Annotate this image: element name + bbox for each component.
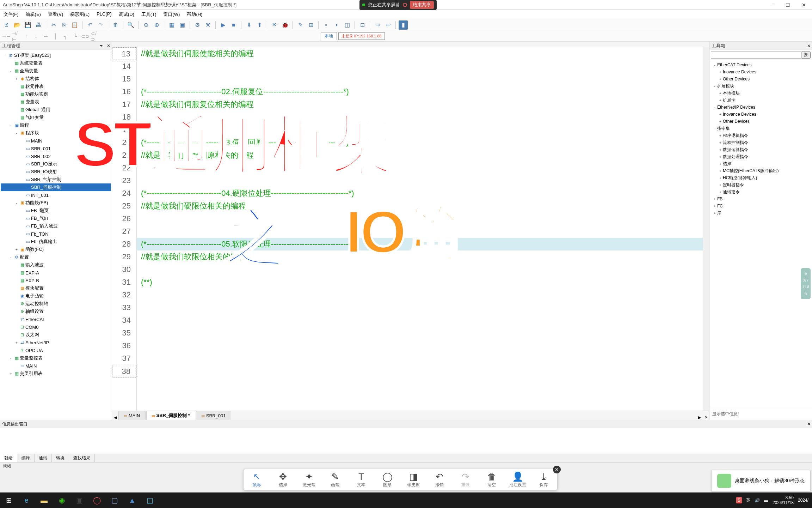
build-button[interactable]: ⚒ [203, 20, 213, 30]
tree-node[interactable]: ⇄EtherCAT [1, 315, 111, 323]
tb-button[interactable]: ▫ [321, 20, 331, 30]
cascade-button[interactable]: ▣ [178, 20, 187, 30]
edge-icon[interactable]: e [18, 492, 35, 508]
tb-button[interactable]: ↩ [383, 20, 393, 30]
tree-node[interactable]: -▦变量监控表 [1, 354, 111, 362]
tb-button[interactable]: ⊡ [358, 20, 367, 30]
local-badge[interactable]: 本地 [321, 32, 337, 40]
toolbox-node[interactable]: -指令集 [711, 125, 811, 132]
save-button[interactable]: 💾 [23, 20, 32, 30]
toolbox-node[interactable]: -EtherNet/IP Devices [711, 104, 811, 111]
ime-indicator[interactable]: S [736, 497, 742, 503]
start-button[interactable]: ⊞ [0, 492, 18, 508]
tree-node[interactable]: -▣功能块(FB) [1, 199, 111, 207]
menu-item[interactable]: 文件(F) [0, 10, 22, 19]
tree-node[interactable]: ▭SBR_IO映射 [1, 168, 111, 176]
zoom-out-button[interactable]: ⊖ [141, 20, 150, 30]
anno-鼠标[interactable]: ↖鼠标 [248, 471, 265, 488]
toolbox-node[interactable]: +FB [711, 195, 811, 202]
toolbox-node[interactable]: +FC [711, 202, 811, 210]
toolbox-node[interactable]: +通讯指令 [711, 188, 811, 195]
editor-tab[interactable]: ▭SBR_伺服控制 * [146, 411, 195, 420]
tree-node[interactable]: ▭MAIN [1, 362, 111, 370]
menu-item[interactable]: 工具(T) [138, 10, 160, 19]
code-area[interactable]: //就是做我们伺服使能相关的编程(*----------------------… [137, 47, 703, 411]
toolbox-node[interactable]: +Other Devices [711, 118, 811, 125]
toolbox-node[interactable]: +流程控制指令 [711, 139, 811, 146]
tree-node[interactable]: ▦变量表 [1, 98, 111, 106]
tray-icon[interactable]: ▬ [764, 498, 768, 503]
debug-button[interactable]: 🐞 [281, 20, 290, 30]
monitor-button[interactable]: 👁 [270, 20, 279, 30]
menu-item[interactable]: 帮助(H) [183, 10, 206, 19]
find-button[interactable]: 🔍 [126, 20, 135, 30]
clock[interactable]: 8:50 2024/11/18 [773, 495, 794, 505]
new-button[interactable]: 🗎 [2, 20, 11, 30]
anno-批注设置[interactable]: 👤批注设置 [509, 471, 526, 488]
anno-清空[interactable]: 🗑清空 [483, 471, 500, 488]
open-button[interactable]: 📂 [13, 20, 22, 30]
status-tab[interactable]: 转换 [52, 454, 69, 462]
tree-node[interactable]: +▦交叉引用表 [1, 370, 111, 377]
tree-node[interactable]: ▭SBR_IO显示 [1, 160, 111, 168]
tree-node[interactable]: ▭SBR_伺服控制 [1, 183, 111, 191]
app-icon[interactable]: ▲ [123, 492, 141, 508]
ime-lang[interactable]: 英 [746, 497, 750, 503]
side-gadget[interactable]: ⊕87711.8⊙ [801, 268, 811, 299]
menu-item[interactable]: 查看(V) [44, 10, 67, 19]
tree-node[interactable]: -▣程序块 [1, 129, 111, 137]
print-button[interactable]: 🖶 [34, 20, 43, 30]
toolbox-node[interactable]: +程序逻辑指令 [711, 132, 811, 139]
tab-prev-button[interactable]: ◀ [112, 415, 118, 420]
toolbox-node[interactable]: +MC轴控(EtherCAT&脉冲输出) [711, 167, 811, 174]
status-tab[interactable]: 就绪 [0, 454, 17, 462]
maximize-button[interactable]: ☐ [780, 0, 796, 10]
tree-node[interactable]: ▦模块配置 [1, 284, 111, 292]
tree-node[interactable]: ✳OPC UA [1, 346, 111, 354]
annotation-close-button[interactable]: ✕ [553, 466, 561, 473]
login-badge[interactable]: 未登录 IP:192.168.1.88 [338, 32, 385, 40]
ladder-button[interactable]: ⊞ [306, 20, 315, 30]
tree-node[interactable]: ▭Fb_TON [1, 230, 111, 238]
toolbox-node[interactable]: +扩展卡 [711, 97, 811, 104]
toolbox-node[interactable]: +选择 [711, 160, 811, 167]
status-tab[interactable]: 通讯 [35, 454, 52, 462]
anno-文本[interactable]: T文本 [353, 471, 370, 488]
run-button[interactable]: ▶ [219, 20, 228, 30]
tree-node[interactable]: ▦软元件表 [1, 83, 111, 90]
tree-node[interactable]: ▭SBR_001 [1, 145, 111, 152]
tile-button[interactable]: ▦ [167, 20, 176, 30]
toolbox-node[interactable]: +库 [711, 210, 811, 217]
tray-icon[interactable]: 🔊 [755, 498, 760, 503]
anno-保存[interactable]: ⤓保存 [535, 471, 552, 488]
tree-node[interactable]: -🗎ST框架 [Easy523] [1, 52, 111, 59]
menu-item[interactable]: 窗口(W) [160, 10, 183, 19]
tb-button[interactable]: ◫ [343, 20, 352, 30]
tb-button[interactable]: ↪ [373, 20, 382, 30]
stop-button[interactable]: ■ [229, 20, 238, 30]
tree-node[interactable]: ▦功能块实例 [1, 90, 111, 98]
tab-close-button[interactable]: ✕ [703, 415, 709, 420]
undo-button[interactable]: ↶ [85, 20, 94, 30]
toolbox-node[interactable]: +Inovance Devices [711, 68, 811, 75]
tree-node[interactable]: -▣编程 [1, 121, 111, 129]
tree-node[interactable]: ▭SBR_气缸控制 [1, 176, 111, 183]
explorer-icon[interactable]: ▬ [35, 492, 53, 508]
tb-button[interactable]: ▪ [332, 20, 341, 30]
anno-橡皮擦[interactable]: ◨橡皮擦 [405, 471, 422, 488]
record-icon[interactable] [403, 3, 407, 7]
app-icon[interactable]: ▣ [70, 492, 88, 508]
tree-node[interactable]: ▦EXP-B [1, 277, 111, 284]
tree-node[interactable]: ▦Global_通用 [1, 106, 111, 114]
download-button[interactable]: ⬇ [244, 20, 253, 30]
toolbox-node[interactable]: +Other Devices [711, 75, 811, 83]
stop-share-button[interactable]: 结束共享 [410, 1, 434, 9]
tree-node[interactable]: ⚙运动控制轴 [1, 300, 111, 308]
tree-node[interactable]: -⚙配置 [1, 253, 111, 261]
tree-node[interactable]: +⇄EtherNet/IP [1, 339, 111, 346]
minimize-button[interactable]: ─ [763, 0, 780, 10]
tree-node[interactable]: ▭Fb_仿真输出 [1, 238, 111, 246]
tree-node[interactable]: ▭INT_001 [1, 191, 111, 199]
toolbox-tree[interactable]: -EtherCAT Devices+Inovance Devices+Other… [709, 60, 812, 408]
anno-选择[interactable]: ✥选择 [275, 471, 291, 488]
